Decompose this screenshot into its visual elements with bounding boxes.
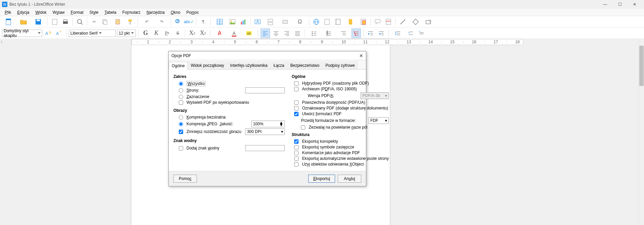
export-button[interactable]: Eksportuj [308, 175, 335, 183]
new-style-button[interactable]: A+ [54, 29, 64, 38]
subscript-button[interactable]: X2 [198, 29, 208, 38]
check-export-blank-pages[interactable] [294, 156, 299, 161]
increase-para-spacing-button[interactable] [406, 29, 415, 38]
save-button[interactable] [32, 17, 45, 27]
track-changes-button[interactable] [384, 17, 393, 27]
check-pdf-ua[interactable] [294, 100, 299, 105]
tab-links[interactable]: Łącza [270, 61, 287, 69]
insert-field-button[interactable] [278, 17, 292, 27]
find-replace-button[interactable]: A [173, 17, 183, 27]
align-center-button[interactable] [271, 29, 281, 38]
insert-table-button[interactable] [213, 17, 226, 27]
underline-button[interactable]: P ▾ [162, 29, 172, 38]
undo-button[interactable]: ↶ [140, 17, 154, 27]
radio-range-pages[interactable] [179, 88, 183, 93]
check-export-outlines[interactable] [294, 139, 299, 144]
insert-image-button[interactable] [228, 17, 237, 27]
basic-shapes-button[interactable] [409, 17, 422, 27]
font-name-combo[interactable]: Liberation Serif [69, 30, 116, 37]
open-button[interactable] [17, 17, 30, 27]
check-create-form[interactable] [294, 112, 299, 116]
insert-textbox-button[interactable]: A [253, 17, 262, 27]
line-button[interactable] [398, 17, 408, 27]
radio-lossless[interactable] [179, 115, 183, 120]
menu-edit[interactable]: Edycja [14, 9, 32, 15]
bold-button[interactable]: G [141, 29, 150, 38]
check-dup-field-names[interactable] [301, 125, 305, 130]
menu-help[interactable]: Pomoc [184, 9, 202, 15]
superscript-button[interactable]: X2 [187, 29, 197, 38]
menu-table[interactable]: Tabela [102, 9, 119, 15]
formatting-marks-button[interactable]: ¶ [199, 17, 208, 27]
menu-tools[interactable]: Narzędzia [144, 9, 167, 15]
increase-indent-button[interactable] [366, 29, 375, 38]
strike-button[interactable]: S [173, 29, 182, 38]
insert-footnote-button[interactable] [322, 17, 332, 27]
minimize-button[interactable]: — [598, 0, 612, 9]
insert-hyperlink-button[interactable] [312, 17, 321, 27]
check-view-after-export[interactable] [179, 100, 183, 105]
check-tagged-pdf[interactable] [294, 106, 299, 110]
insert-pagebreak-button[interactable] [264, 17, 277, 27]
vertical-scrollbar[interactable] [639, 39, 644, 225]
print-preview-button[interactable] [75, 17, 85, 27]
radio-range-all[interactable] [179, 82, 183, 86]
new-doc-button[interactable] [2, 17, 15, 27]
spin-jpeg-quality[interactable]: 100%▲▼ [251, 121, 285, 127]
justify-button[interactable] [293, 29, 302, 38]
check-archive-pdfa[interactable] [294, 87, 299, 91]
copy-button[interactable] [100, 17, 110, 27]
menu-format[interactable]: Format [68, 9, 86, 15]
dialog-close-button[interactable]: ✕ [359, 53, 363, 58]
insert-bookmark-button[interactable] [344, 17, 357, 27]
align-left-button[interactable] [261, 29, 270, 38]
radio-range-selection[interactable] [179, 95, 183, 99]
align-right-button[interactable] [282, 29, 291, 38]
check-reduce-resolution[interactable] [179, 130, 183, 134]
horizontal-ruler[interactable]: ·1·2·3·4·5·6·7·8·9·10·11·12·13·14·15·16·… [131, 39, 523, 45]
font-color-button[interactable]: A [227, 29, 241, 38]
insert-comment-button[interactable] [373, 17, 382, 27]
insert-chart-button[interactable] [238, 17, 248, 27]
menu-view[interactable]: Widok [33, 9, 49, 15]
tab-initial-view[interactable]: Widok początkowy [188, 61, 227, 69]
redo-button[interactable]: ↷ [155, 17, 168, 27]
check-comments-annot[interactable] [294, 151, 299, 155]
check-use-xobject[interactable] [294, 162, 299, 167]
clear-format-button[interactable]: A̷ [213, 29, 226, 38]
decrease-indent-button[interactable] [377, 29, 386, 38]
check-hybrid-pdf[interactable] [294, 81, 299, 86]
export-pdf-button[interactable] [50, 17, 59, 27]
paragraph-style-combo[interactable]: Domyślny styl akapitu [2, 30, 42, 37]
tab-ui[interactable]: Interfejs użytkownika [227, 61, 270, 69]
italic-button[interactable]: K [152, 29, 161, 38]
font-size-combo[interactable]: 12 pkt [117, 30, 136, 37]
highlight-button[interactable]: ab [242, 29, 256, 38]
check-add-watermark[interactable] [179, 146, 183, 150]
cancel-button[interactable]: Anuluj [338, 175, 361, 183]
check-export-placeholders[interactable] [294, 145, 299, 149]
radio-jpeg[interactable] [179, 122, 183, 126]
close-window-button[interactable]: ✕ [627, 0, 642, 9]
line-spacing-button[interactable] [391, 29, 405, 38]
menu-insert[interactable]: Wstaw [50, 9, 67, 15]
menu-form[interactable]: Formularz [120, 9, 143, 15]
insert-specialchar-button[interactable]: Ω [293, 17, 307, 27]
spellcheck-button[interactable]: abc✓ [184, 17, 194, 27]
draw-functions-button[interactable] [424, 17, 433, 27]
print-button[interactable] [61, 17, 70, 27]
update-style-button[interactable]: A [44, 29, 53, 38]
tab-signatures[interactable]: Podpisy cyfrowe [322, 61, 358, 69]
outline-list-button[interactable] [337, 29, 350, 38]
combo-dpi[interactable]: 300 DPI▾ [245, 128, 285, 135]
insert-crossref-button[interactable] [359, 17, 368, 27]
clone-format-button[interactable] [126, 17, 135, 27]
input-watermark-text[interactable] [245, 145, 285, 151]
help-button[interactable]: Pomoc [173, 175, 197, 183]
combo-submit-format[interactable]: FDF▾ [369, 117, 389, 124]
maximize-button[interactable]: ☐ [612, 0, 627, 9]
tab-general[interactable]: Ogólne [169, 62, 188, 70]
paste-button[interactable] [111, 17, 124, 27]
input-pages[interactable] [245, 87, 285, 93]
number-list-button[interactable]: 123 [322, 29, 335, 38]
